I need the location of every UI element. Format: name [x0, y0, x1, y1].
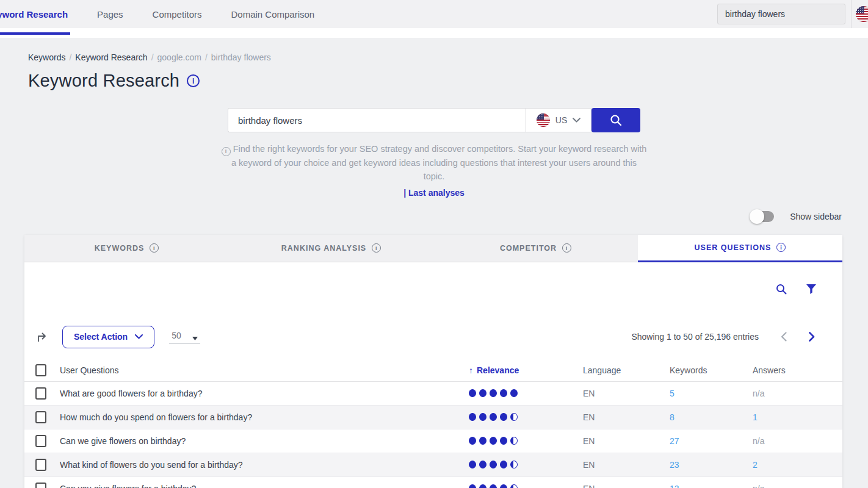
show-sidebar-label: Show sidebar: [790, 212, 842, 221]
keywords-count-link[interactable]: 27: [670, 436, 679, 446]
header-answers: Answers: [753, 365, 842, 375]
breadcrumb-separator: /: [205, 52, 208, 62]
header-language: Language: [583, 365, 670, 375]
table-search-button[interactable]: [775, 283, 787, 295]
topbar-country-flag[interactable]: [856, 0, 868, 28]
relevance-dot: [490, 484, 497, 488]
topbar-bottom-strip: [0, 28, 868, 38]
show-sidebar-toggle[interactable]: [751, 211, 774, 222]
row-checkbox[interactable]: [35, 483, 46, 488]
us-flag-icon: [537, 113, 550, 127]
keywords-count-link[interactable]: 5: [670, 389, 675, 398]
question-text: What kind of flowers do you send for a b…: [60, 460, 469, 470]
table-row: What are good flowers for a birthday? EN…: [24, 382, 842, 406]
export-button[interactable]: [35, 330, 49, 343]
relevance-dots: [469, 484, 583, 488]
us-flag-icon: [856, 6, 868, 22]
relevance-dot: [469, 437, 476, 445]
relevance-dot: [500, 461, 507, 468]
question-text: Can you give flowers for a birthday?: [60, 484, 469, 488]
tab-user-questions[interactable]: USER QUESTIONS i: [638, 235, 842, 262]
relevance-dot: [479, 437, 486, 445]
tab-info-icon[interactable]: i: [776, 243, 786, 252]
relevance-dot: [469, 484, 476, 488]
relevance-dot: [479, 413, 486, 421]
active-nav-underline: [0, 32, 70, 35]
intro-text: iFind the right keywords for your SEO st…: [220, 142, 648, 183]
header-relevance-sort[interactable]: ↑Relevance: [469, 365, 583, 375]
tab-info-icon[interactable]: i: [372, 243, 381, 253]
pagination-prev-button[interactable]: [781, 332, 787, 342]
page-size-select[interactable]: 50: [169, 331, 200, 343]
relevance-dot: [510, 389, 518, 397]
row-checkbox[interactable]: [35, 387, 46, 400]
breadcrumb-separator: /: [69, 52, 71, 62]
table-row: How much do you spend on flowers for a b…: [24, 406, 842, 429]
tab-competitor[interactable]: COMPETITOR i: [433, 235, 638, 262]
keyword-search-box: US: [228, 108, 640, 132]
relevance-dot: [510, 461, 518, 468]
question-text: Can we give flowers on birthday?: [60, 436, 469, 446]
topbar-search-input[interactable]: [717, 4, 845, 24]
sort-ascending-icon: ↑: [469, 365, 473, 375]
answers-cell: n/a: [753, 484, 764, 488]
relevance-dot: [479, 389, 486, 397]
breadcrumb-domain: google.com: [157, 52, 201, 62]
select-all-checkbox[interactable]: [35, 364, 46, 376]
relevance-dot: [490, 389, 497, 397]
breadcrumb-keywords[interactable]: Keywords: [28, 52, 65, 62]
page-title: Keyword Research: [28, 71, 179, 91]
question-text: How much do you spend on flowers for a b…: [60, 412, 469, 422]
keyword-search-input[interactable]: [228, 108, 526, 132]
relevance-dot: [510, 484, 518, 488]
answers-count-link[interactable]: 2: [753, 460, 758, 470]
table-row: What kind of flowers do you send for a b…: [24, 453, 842, 477]
keywords-count-link[interactable]: 13: [670, 484, 679, 488]
tab-ranking-analysis[interactable]: RANKING ANALYSIS i: [229, 235, 433, 262]
chevron-down-icon: [135, 334, 143, 339]
country-selector[interactable]: US: [526, 108, 591, 132]
keywords-count-link[interactable]: 8: [670, 412, 675, 422]
search-icon: [775, 283, 787, 295]
nav-item-domain-comparison[interactable]: Domain Comparison: [228, 9, 317, 20]
select-action-dropdown[interactable]: Select Action: [62, 326, 154, 348]
relevance-dot: [469, 461, 476, 468]
keywords-count-link[interactable]: 23: [670, 460, 679, 470]
table-row: Can we give flowers on birthday? EN 27 n…: [24, 429, 842, 453]
relevance-dot: [500, 413, 507, 421]
title-info-icon[interactable]: i: [187, 74, 200, 87]
entries-count: Showing 1 to 50 of 25,196 entries: [631, 332, 759, 342]
answers-cell: n/a: [753, 389, 764, 398]
info-icon: i: [222, 147, 231, 156]
row-checkbox[interactable]: [35, 459, 46, 471]
export-arrow-icon: [35, 330, 49, 343]
relevance-dot: [490, 437, 497, 445]
question-text: What are good flowers for a birthday?: [60, 389, 469, 398]
row-checkbox[interactable]: [35, 411, 46, 423]
relevance-dots: [469, 389, 583, 397]
relevance-dot: [510, 413, 518, 421]
relevance-dot: [500, 484, 507, 488]
tab-info-icon[interactable]: i: [562, 243, 571, 253]
tab-keywords[interactable]: KEYWORDS i: [24, 235, 229, 262]
search-button[interactable]: [591, 108, 640, 132]
answers-count-link[interactable]: 1: [753, 412, 758, 422]
nav-item-competitors[interactable]: Competitors: [150, 9, 204, 20]
breadcrumb: Keywords/Keyword Research/google.com/bir…: [28, 52, 868, 62]
relevance-dot: [479, 484, 486, 488]
header-user-questions: User Questions: [60, 365, 469, 375]
row-checkbox[interactable]: [35, 435, 46, 447]
relevance-dot: [490, 413, 497, 421]
breadcrumb-keyword-research[interactable]: Keyword Research: [75, 52, 147, 62]
pagination-next-button[interactable]: [809, 332, 815, 342]
tab-bar: KEYWORDS i RANKING ANALYSIS i COMPETITOR…: [24, 235, 842, 262]
tab-info-icon[interactable]: i: [150, 243, 159, 253]
table-filter-button[interactable]: [806, 284, 817, 295]
last-analyses-link[interactable]: | Last analyses: [0, 188, 868, 198]
nav-item-keyword-research[interactable]: Keyword Research: [0, 9, 70, 20]
nav-item-pages[interactable]: Pages: [95, 9, 126, 20]
filter-funnel-icon: [806, 284, 817, 295]
table-row: Can you give flowers for a birthday? EN …: [24, 477, 842, 488]
relevance-dot: [479, 461, 486, 468]
relevance-dots: [469, 437, 583, 445]
